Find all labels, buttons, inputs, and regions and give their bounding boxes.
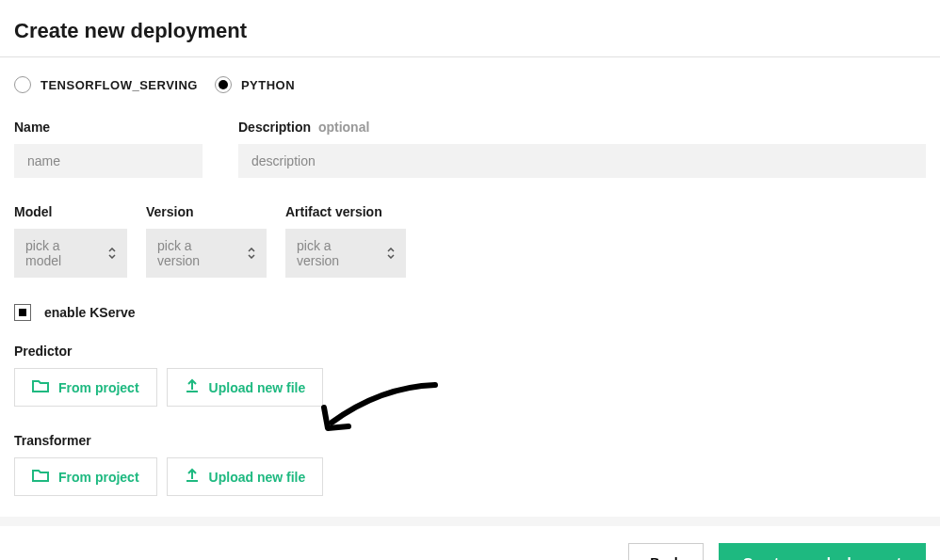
radio-icon [215, 76, 232, 93]
folder-icon [32, 468, 49, 486]
predictor-upload-button[interactable]: Upload new file [167, 368, 324, 407]
model-field-group: Model pick a model [14, 204, 127, 278]
chevron-sort-icon [248, 248, 255, 259]
radio-label: PYTHON [241, 78, 295, 92]
button-label: Upload new file [209, 380, 306, 395]
transformer-label: Transformer [14, 433, 926, 448]
select-placeholder: pick a version [157, 238, 236, 268]
optional-hint: optional [318, 120, 369, 135]
footer-divider [0, 517, 940, 526]
button-label: From project [58, 470, 139, 485]
radio-tensorflow-serving[interactable]: TENSORFLOW_SERVING [14, 76, 198, 93]
model-label: Model [14, 204, 127, 219]
back-button[interactable]: Back [628, 543, 703, 560]
description-field-group: Description optional [238, 120, 926, 178]
upload-icon [185, 468, 200, 486]
version-label: Version [146, 204, 267, 219]
model-select[interactable]: pick a model [14, 229, 127, 278]
transformer-upload-button[interactable]: Upload new file [167, 457, 324, 496]
name-field-group: Name [14, 120, 203, 178]
artifact-version-label: Artifact version [285, 204, 406, 219]
button-label: From project [58, 380, 139, 395]
version-field-group: Version pick a version [146, 204, 267, 278]
button-label: Upload new file [209, 470, 306, 485]
version-select[interactable]: pick a version [146, 229, 267, 278]
name-input[interactable] [14, 144, 203, 178]
radio-label: TENSORFLOW_SERVING [41, 78, 198, 92]
select-placeholder: pick a version [297, 238, 376, 268]
artifact-version-field-group: Artifact version pick a version [285, 204, 406, 278]
upload-icon [185, 378, 200, 396]
create-deployment-button[interactable]: Create new deployment [719, 543, 926, 560]
folder-icon [32, 378, 49, 396]
enable-kserve-checkbox[interactable] [14, 304, 31, 321]
artifact-version-select[interactable]: pick a version [285, 229, 406, 278]
predictor-label: Predictor [14, 344, 926, 359]
transformer-from-project-button[interactable]: From project [14, 457, 157, 496]
name-label: Name [14, 120, 203, 135]
chevron-sort-icon [108, 248, 116, 259]
radio-icon [14, 76, 31, 93]
description-label: Description optional [238, 120, 926, 135]
enable-kserve-label: enable KServe [44, 305, 136, 320]
predictor-from-project-button[interactable]: From project [14, 368, 157, 407]
description-label-text: Description [238, 120, 311, 135]
description-input[interactable] [238, 144, 926, 178]
chevron-sort-icon [387, 248, 395, 259]
serving-type-radio-group: TENSORFLOW_SERVING PYTHON [14, 76, 926, 93]
page-title: Create new deployment [14, 19, 926, 43]
radio-python[interactable]: PYTHON [215, 76, 295, 93]
select-placeholder: pick a model [25, 238, 97, 268]
